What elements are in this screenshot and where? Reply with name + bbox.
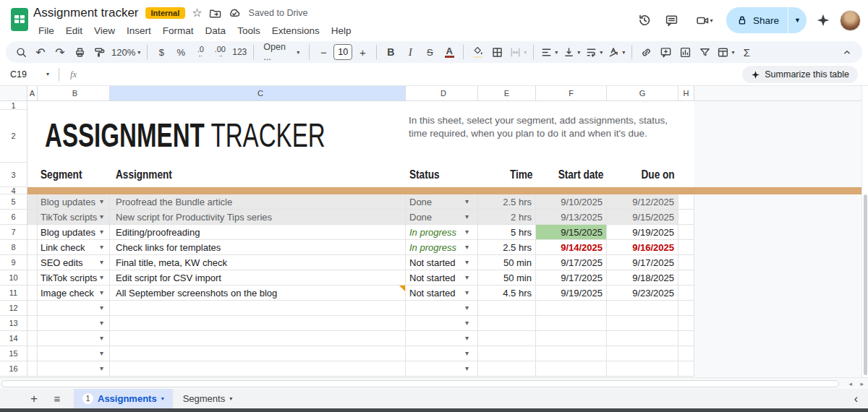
time-cell[interactable]: 50 min bbox=[478, 270, 536, 286]
segment-cell-empty[interactable]: ▾ bbox=[38, 331, 110, 346]
cell[interactable] bbox=[607, 346, 678, 361]
start-date-cell[interactable]: 9/17/2025 bbox=[536, 255, 607, 270]
horizontal-align-icon[interactable]: ▾ bbox=[538, 43, 560, 61]
segment-cell[interactable]: Image check▾ bbox=[38, 286, 110, 301]
column-header-h[interactable]: H bbox=[678, 86, 694, 101]
merge-cells-icon[interactable]: ▾ bbox=[507, 43, 529, 61]
row-header-1[interactable]: 1 bbox=[0, 101, 27, 110]
text-rotate-icon[interactable]: ▾ bbox=[605, 43, 627, 61]
dropdown-arrow-icon[interactable]: ▾ bbox=[100, 244, 103, 251]
cell[interactable] bbox=[27, 255, 38, 270]
status-cell[interactable]: Not started▾ bbox=[406, 270, 478, 286]
start-date-cell[interactable]: 9/14/2025 bbox=[536, 240, 607, 255]
note-indicator-icon[interactable] bbox=[399, 286, 405, 291]
assignment-cell[interactable]: All September screenshots on the blog bbox=[110, 286, 406, 301]
cell[interactable] bbox=[678, 240, 694, 255]
text-color-button[interactable]: A bbox=[440, 43, 459, 61]
dropdown-arrow-icon[interactable]: ▾ bbox=[465, 335, 469, 342]
dropdown-arrow-icon[interactable]: ▾ bbox=[465, 244, 469, 251]
assignment-cell[interactable]: Final title, meta, KW check bbox=[110, 255, 406, 270]
account-avatar[interactable] bbox=[840, 10, 861, 31]
tab-assignments[interactable]: 1 Assignments ▾ bbox=[74, 389, 173, 408]
sheets-logo-icon[interactable] bbox=[10, 7, 29, 35]
format-currency-button[interactable]: $ bbox=[152, 43, 171, 61]
assignment-cell-empty[interactable] bbox=[110, 316, 406, 331]
meet-dropdown-arrow[interactable]: ▾ bbox=[710, 17, 712, 24]
zoom-select[interactable]: 120% ▾ bbox=[109, 43, 142, 61]
table-band-row[interactable]: 4 bbox=[0, 187, 868, 194]
cell[interactable] bbox=[27, 316, 38, 331]
scroll-left-arrow-icon[interactable]: ◂ bbox=[848, 380, 852, 387]
row-header-11[interactable]: 11 bbox=[0, 286, 27, 301]
segment-cell[interactable]: Blog updates▾ bbox=[38, 194, 110, 210]
dropdown-arrow-icon[interactable]: ▾ bbox=[100, 304, 103, 312]
cell[interactable] bbox=[678, 255, 694, 270]
status-cell[interactable]: Done▾ bbox=[406, 210, 478, 225]
cell[interactable] bbox=[678, 316, 694, 331]
due-date-cell[interactable]: 9/16/2025 bbox=[607, 240, 678, 255]
redo-icon[interactable]: ↷ bbox=[51, 43, 69, 61]
comments-icon[interactable] bbox=[661, 9, 683, 31]
cloud-saved-icon[interactable] bbox=[228, 7, 241, 20]
dropdown-arrow-icon[interactable]: ▾ bbox=[465, 289, 469, 296]
strikethrough-button[interactable]: S bbox=[420, 43, 439, 61]
scroll-right-arrow-icon[interactable]: ▸ bbox=[860, 380, 864, 387]
menu-file[interactable]: File bbox=[33, 24, 59, 38]
dropdown-arrow-icon[interactable]: ▾ bbox=[465, 319, 469, 327]
row-header-15[interactable]: 15 bbox=[0, 346, 27, 361]
row-header-5[interactable]: 5 bbox=[0, 194, 27, 210]
undo-icon[interactable]: ↶ bbox=[31, 43, 50, 61]
cell-e3[interactable]: Time bbox=[478, 163, 536, 187]
dropdown-arrow-icon[interactable]: ▾ bbox=[465, 304, 469, 312]
cell[interactable] bbox=[607, 301, 678, 316]
column-header-d[interactable]: D bbox=[406, 86, 478, 101]
segment-cell-empty[interactable]: ▾ bbox=[38, 301, 110, 316]
cell[interactable] bbox=[478, 361, 536, 377]
cell[interactable] bbox=[678, 194, 694, 210]
cell-g3[interactable]: Due on bbox=[607, 163, 678, 187]
text-wrap-icon[interactable]: ▾ bbox=[583, 43, 605, 61]
status-cell-empty[interactable]: ▾ bbox=[406, 331, 478, 346]
cell[interactable] bbox=[678, 361, 694, 377]
cell[interactable] bbox=[607, 316, 678, 331]
assignment-cell-empty[interactable] bbox=[110, 361, 406, 377]
collapse-toolbar-icon[interactable] bbox=[838, 43, 856, 61]
bold-button[interactable]: B bbox=[381, 43, 400, 61]
segment-cell[interactable]: Blog updates▾ bbox=[38, 225, 110, 240]
saved-status[interactable]: Saved to Drive bbox=[249, 8, 308, 18]
cell[interactable] bbox=[27, 210, 38, 225]
cell[interactable] bbox=[536, 331, 607, 346]
segment-cell-empty[interactable]: ▾ bbox=[38, 316, 110, 331]
time-cell[interactable]: 4.5 hrs bbox=[478, 286, 536, 301]
segment-cell[interactable]: TikTok scripts▾ bbox=[38, 270, 110, 286]
column-header-b[interactable]: B bbox=[38, 86, 110, 101]
menu-format[interactable]: Format bbox=[158, 24, 199, 38]
cell-d3[interactable]: Status bbox=[406, 163, 478, 187]
dropdown-arrow-icon[interactable]: ▾ bbox=[100, 259, 103, 266]
menu-extensions[interactable]: Extensions bbox=[267, 24, 325, 38]
cell[interactable] bbox=[536, 301, 607, 316]
tab-segments[interactable]: Segments ▾ bbox=[173, 393, 243, 404]
cell[interactable] bbox=[678, 210, 694, 225]
increase-decimal-button[interactable]: .00→ bbox=[210, 43, 229, 61]
dropdown-arrow-icon[interactable]: ▾ bbox=[100, 319, 103, 327]
dropdown-arrow-icon[interactable]: ▾ bbox=[100, 198, 103, 205]
status-cell[interactable]: In progress▾ bbox=[406, 225, 478, 240]
share-dropdown-arrow[interactable]: ▼ bbox=[788, 7, 807, 33]
row-header-14[interactable]: 14 bbox=[0, 331, 27, 346]
cell[interactable] bbox=[678, 270, 694, 286]
horizontal-scrollbar[interactable]: ◂ ▸ bbox=[0, 377, 868, 389]
assignment-cell[interactable]: Proofread the Bundle article bbox=[110, 194, 406, 210]
time-cell[interactable]: 2.5 hrs bbox=[478, 240, 536, 255]
cell[interactable] bbox=[607, 361, 678, 377]
horizontal-scrollbar-thumb[interactable] bbox=[1, 380, 839, 387]
start-date-cell[interactable]: 9/17/2025 bbox=[536, 270, 607, 286]
cell[interactable] bbox=[678, 225, 694, 240]
cell[interactable] bbox=[478, 316, 536, 331]
fill-color-icon[interactable] bbox=[468, 43, 487, 61]
cell[interactable] bbox=[478, 346, 536, 361]
assignment-cell-empty[interactable] bbox=[110, 346, 406, 361]
segment-cell[interactable]: Link check▾ bbox=[38, 240, 110, 255]
start-date-cell[interactable]: 9/19/2025 bbox=[536, 286, 607, 301]
cell[interactable] bbox=[536, 346, 607, 361]
